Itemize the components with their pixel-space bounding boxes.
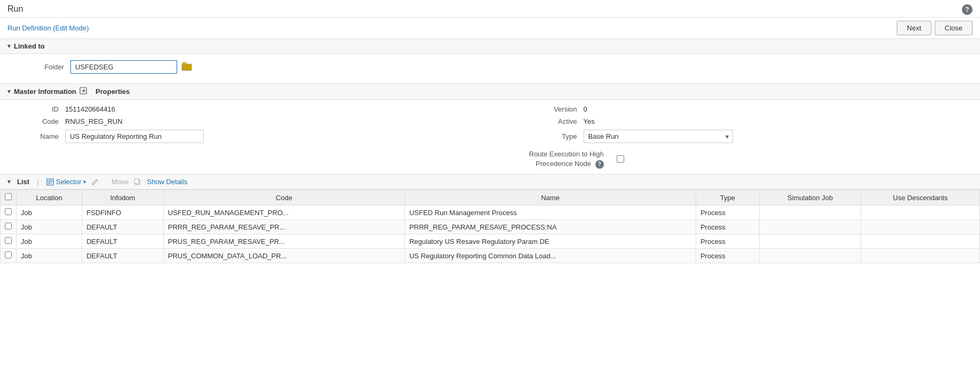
- master-info-section-header[interactable]: ▾ Master Information Properties: [0, 83, 980, 100]
- row-simulation-job: [759, 234, 861, 249]
- row-code: PRUS_REG_PARAM_RESAVE_PR...: [163, 234, 404, 249]
- table-row: Job FSDFINFO USFED_RUN_MANAGEMENT_PRO...…: [1, 206, 980, 220]
- type-row: Type Base Run Simulation Run: [529, 130, 973, 143]
- version-label: Version: [529, 105, 577, 113]
- col-header-name: Name: [405, 190, 696, 206]
- row-type: Process: [696, 220, 759, 234]
- code-value: RNUS_REG_RUN: [65, 117, 123, 125]
- properties-label: Properties: [95, 88, 130, 96]
- row-name: US Regulatory Reporting Common Data Load…: [405, 249, 696, 263]
- row-location: Job: [17, 206, 82, 220]
- row-checkbox-cell[interactable]: [1, 206, 17, 220]
- row-code: PRRR_REG_PARAM_RESAVE_PR...: [163, 220, 404, 234]
- route-row: Route Execution to High Precedence Node …: [529, 149, 973, 169]
- master-info-export-icon[interactable]: [79, 87, 87, 96]
- svg-rect-10: [134, 179, 139, 184]
- code-label: Code: [21, 117, 59, 125]
- version-value: 0: [584, 105, 587, 113]
- row-code: PRUS_COMMON_DATA_LOAD_PR...: [163, 249, 404, 263]
- row-use-descendants: [861, 220, 980, 234]
- id-row: ID 1511420664416: [21, 105, 497, 113]
- name-row: Name: [21, 130, 497, 143]
- master-info-chevron: ▾: [7, 88, 11, 95]
- next-button[interactable]: Next: [897, 21, 931, 35]
- edit-mode-link[interactable]: Run Definition (Edit Mode): [7, 24, 89, 32]
- linked-to-label: Linked to: [14, 42, 45, 50]
- subtitle-bar: Run Definition (Edit Mode) Next Close: [0, 18, 980, 38]
- route-help-icon[interactable]: ?: [595, 160, 604, 169]
- props-left: ID 1511420664416 Code RNUS_REG_RUN Name: [21, 105, 497, 169]
- row-checkbox[interactable]: [5, 223, 12, 230]
- row-simulation-job: [759, 220, 861, 234]
- table-header-row: Location Infodom Code Name Type Simulati…: [1, 190, 980, 206]
- row-use-descendants: [861, 206, 980, 220]
- active-label: Active: [529, 117, 577, 125]
- show-details-button[interactable]: Show Details: [147, 178, 187, 186]
- header-right: ?: [962, 4, 973, 15]
- row-location: Job: [17, 249, 82, 263]
- list-chevron[interactable]: ▾: [7, 178, 11, 185]
- table-wrapper: Location Infodom Code Name Type Simulati…: [0, 189, 980, 263]
- selector-dropdown-arrow[interactable]: ▾: [83, 179, 86, 185]
- row-use-descendants: [861, 234, 980, 249]
- move-label: Move: [111, 178, 129, 186]
- props-right: Version 0 Active Yes Type Base Run Simul…: [497, 105, 973, 169]
- list-table: Location Infodom Code Name Type Simulati…: [0, 189, 980, 263]
- row-type: Process: [696, 234, 759, 249]
- action-buttons: Next Close: [897, 21, 973, 35]
- row-infodom: DEFAULT: [82, 220, 164, 234]
- row-checkbox-cell[interactable]: [1, 234, 17, 249]
- row-checkbox[interactable]: [5, 208, 12, 215]
- type-label: Type: [529, 132, 577, 140]
- folder-row: Folder: [21, 60, 973, 74]
- help-icon[interactable]: ?: [962, 4, 973, 15]
- show-details-label: Show Details: [147, 178, 187, 186]
- move-button: Move: [111, 178, 129, 186]
- table-row: Job DEFAULT PRUS_REG_PARAM_RESAVE_PR... …: [1, 234, 980, 249]
- row-checkbox-cell[interactable]: [1, 249, 17, 263]
- folder-browse-icon[interactable]: [181, 61, 192, 73]
- linked-to-content: Folder: [0, 54, 980, 83]
- table-row: Job DEFAULT PRRR_REG_PARAM_RESAVE_PR... …: [1, 220, 980, 234]
- linked-to-chevron: ▾: [7, 43, 11, 50]
- list-section-header: ▾ List | Selector ▾ Move Show Details: [0, 174, 980, 189]
- select-all-checkbox[interactable]: [5, 193, 12, 200]
- list-label: List: [17, 178, 29, 186]
- name-label: Name: [21, 132, 59, 140]
- page-header: Run ?: [0, 0, 980, 18]
- edit-icon: [91, 178, 99, 186]
- selector-label: Selector: [56, 178, 82, 186]
- active-value: Yes: [584, 117, 595, 125]
- route-checkbox[interactable]: [617, 155, 624, 163]
- col-header-code: Code: [163, 190, 404, 206]
- select-all-header[interactable]: [1, 190, 17, 206]
- selector-button[interactable]: Selector ▾: [46, 178, 86, 186]
- name-input[interactable]: [65, 130, 204, 143]
- table-body: Job FSDFINFO USFED_RUN_MANAGEMENT_PRO...…: [1, 206, 980, 263]
- copy-button: [134, 178, 141, 186]
- close-button[interactable]: Close: [935, 21, 973, 35]
- linked-to-section-header[interactable]: ▾ Linked to: [0, 38, 980, 54]
- row-infodom: DEFAULT: [82, 249, 164, 263]
- row-checkbox[interactable]: [5, 237, 12, 244]
- row-use-descendants: [861, 249, 980, 263]
- col-header-infodom: Infodom: [82, 190, 164, 206]
- row-infodom: FSDFINFO: [82, 206, 164, 220]
- route-label: Route Execution to High Precedence Node …: [529, 149, 604, 169]
- row-location: Job: [17, 234, 82, 249]
- row-simulation-job: [759, 249, 861, 263]
- table-row: Job DEFAULT PRUS_COMMON_DATA_LOAD_PR... …: [1, 249, 980, 263]
- active-row: Active Yes: [529, 117, 973, 125]
- version-row: Version 0: [529, 105, 973, 113]
- row-name: USFED Run Management Process: [405, 206, 696, 220]
- type-select[interactable]: Base Run Simulation Run: [584, 130, 733, 143]
- folder-input[interactable]: [70, 60, 177, 74]
- copy-icon: [134, 178, 141, 186]
- row-checkbox[interactable]: [5, 251, 12, 258]
- id-value: 1511420664416: [65, 105, 115, 113]
- folder-label: Folder: [21, 63, 64, 71]
- row-checkbox-cell[interactable]: [1, 220, 17, 234]
- row-type: Process: [696, 206, 759, 220]
- row-simulation-job: [759, 206, 861, 220]
- master-info-label: Master Information: [14, 88, 76, 96]
